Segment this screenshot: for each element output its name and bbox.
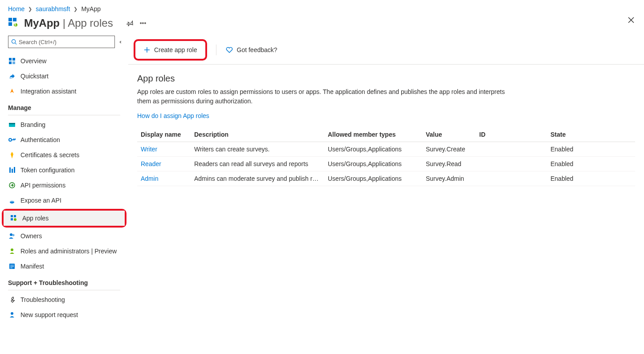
svg-rect-10 — [12, 61, 15, 64]
sidebar-item-label: Roles and administrators | Preview — [20, 248, 117, 255]
roles-icon — [8, 247, 16, 255]
auth-icon — [8, 136, 16, 144]
sidebar-item-overview[interactable]: Overview — [0, 53, 128, 69]
toolbar: Create app role Got feedback? — [128, 36, 644, 65]
search-field[interactable] — [19, 39, 112, 45]
svg-point-22 — [14, 218, 16, 221]
col-id[interactable]: ID — [476, 127, 547, 142]
highlight-create: Create app role — [134, 39, 207, 61]
svg-rect-1 — [13, 18, 16, 21]
role-state: Enabled — [547, 171, 635, 186]
divider — [8, 115, 120, 115]
permissions-icon — [8, 181, 16, 189]
role-desc: Writers can create surveys. — [191, 142, 324, 157]
sidebar-item-api-permissions[interactable]: API permissions — [0, 178, 128, 193]
svg-point-5 — [12, 40, 15, 43]
table-row[interactable]: Reader Readers can read all surveys and … — [137, 157, 635, 171]
chevron-right-icon: ❯ — [28, 6, 32, 12]
sidebar-item-label: Expose an API — [20, 197, 61, 204]
page-title-app: MyApp — [24, 17, 60, 29]
svg-point-23 — [10, 233, 12, 236]
sidebar-item-troubleshooting[interactable]: Troubleshooting — [0, 292, 128, 307]
role-state: Enabled — [547, 157, 635, 171]
sidebar-item-certificates[interactable]: Certificates & secrets — [0, 147, 128, 163]
svg-rect-19 — [11, 215, 13, 217]
highlight-app-roles: App roles — [2, 209, 126, 228]
sidebar-item-app-roles[interactable]: App roles — [4, 211, 125, 226]
page-title-section: App roles — [68, 17, 113, 29]
sidebar-item-integration[interactable]: Integration assistant — [0, 84, 128, 99]
sidebar-item-label: Authentication — [20, 136, 60, 143]
close-icon[interactable] — [628, 17, 634, 23]
table-row[interactable]: Writer Writers can create surveys. Users… — [137, 142, 635, 157]
col-display-name[interactable]: Display name — [137, 127, 191, 142]
pin-icon[interactable] — [126, 20, 134, 27]
breadcrumb-home[interactable]: Home — [8, 5, 24, 12]
plus-icon — [143, 46, 151, 53]
role-desc: Admins can moderate survey and publish r… — [191, 171, 324, 186]
sidebar-item-manifest[interactable]: Manifest — [0, 259, 128, 274]
troubleshoot-icon — [8, 296, 16, 304]
col-member-types[interactable]: Allowed member types — [324, 127, 422, 142]
sidebar-group-manage: Manage — [0, 99, 128, 114]
col-description[interactable]: Description — [191, 127, 324, 142]
svg-point-14 — [9, 138, 12, 141]
role-types: Users/Groups,Applications — [324, 157, 422, 171]
create-app-role-button[interactable]: Create app role — [137, 43, 204, 57]
sidebar-item-label: Overview — [20, 57, 46, 65]
svg-rect-29 — [10, 268, 12, 268]
breadcrumb-user[interactable]: saurabhmsft — [36, 5, 70, 12]
page-header: MyApp | App roles ••• — [0, 15, 644, 36]
assign-roles-link[interactable]: How do I assign App roles — [137, 112, 209, 119]
sidebar-item-label: App roles — [22, 215, 49, 222]
col-state[interactable]: State — [547, 127, 635, 142]
col-value[interactable]: Value — [422, 127, 476, 142]
role-name-link[interactable]: Admin — [141, 175, 159, 182]
sidebar-item-label: Certificates & secrets — [20, 151, 79, 159]
sidebar-item-branding[interactable]: Branding — [0, 117, 128, 132]
more-icon[interactable]: ••• — [140, 20, 147, 27]
role-name-link[interactable]: Writer — [141, 146, 157, 153]
branding-icon — [8, 121, 16, 129]
toolbar-divider — [216, 45, 216, 55]
overview-icon — [8, 57, 16, 65]
table-row[interactable]: Admin Admins can moderate survey and pub… — [137, 171, 635, 186]
role-id — [476, 171, 547, 186]
svg-point-4 — [14, 23, 16, 25]
role-types: Users/Groups,Applications — [324, 142, 422, 157]
svg-point-24 — [12, 234, 15, 236]
svg-rect-9 — [9, 61, 12, 64]
app-roles-icon — [10, 214, 18, 222]
collapse-sidebar-icon[interactable]: ‹‹ — [119, 39, 120, 45]
sidebar-item-owners[interactable]: Owners — [0, 228, 128, 244]
rocket-icon — [8, 87, 16, 95]
sidebar-item-token[interactable]: Token configuration — [0, 163, 128, 178]
sidebar-item-roles-admins[interactable]: Roles and administrators | Preview — [0, 244, 128, 259]
role-types: Users/Groups,Applications — [324, 171, 422, 186]
svg-point-30 — [11, 312, 13, 315]
sidebar-item-quickstart[interactable]: Quickstart — [0, 69, 128, 84]
role-value: Survey.Read — [422, 157, 476, 171]
svg-point-11 — [9, 77, 12, 79]
svg-rect-21 — [11, 218, 13, 220]
role-value: Survey.Admin — [422, 171, 476, 186]
sidebar-item-label: API permissions — [20, 182, 65, 189]
sidebar-item-label: Integration assistant — [20, 88, 76, 95]
sidebar-group-support: Support + Troubleshooting — [0, 274, 128, 289]
sidebar-item-authentication[interactable]: Authentication — [0, 132, 128, 147]
feedback-button[interactable]: Got feedback? — [225, 42, 284, 57]
sidebar-item-expose-api[interactable]: Expose an API — [0, 193, 128, 208]
chevron-right-icon: ❯ — [73, 6, 77, 12]
role-id — [476, 142, 547, 157]
expose-icon — [8, 196, 16, 204]
section-title: App roles — [128, 65, 644, 87]
role-name-link[interactable]: Reader — [141, 160, 161, 167]
svg-rect-0 — [8, 18, 12, 21]
svg-rect-27 — [10, 265, 14, 265]
svg-rect-17 — [14, 167, 15, 173]
sidebar-item-new-support[interactable]: New support request — [0, 307, 128, 322]
svg-rect-13 — [9, 123, 15, 124]
app-registration-icon — [8, 17, 20, 29]
search-input[interactable] — [8, 36, 115, 48]
sidebar-item-label: Manifest — [20, 263, 44, 270]
